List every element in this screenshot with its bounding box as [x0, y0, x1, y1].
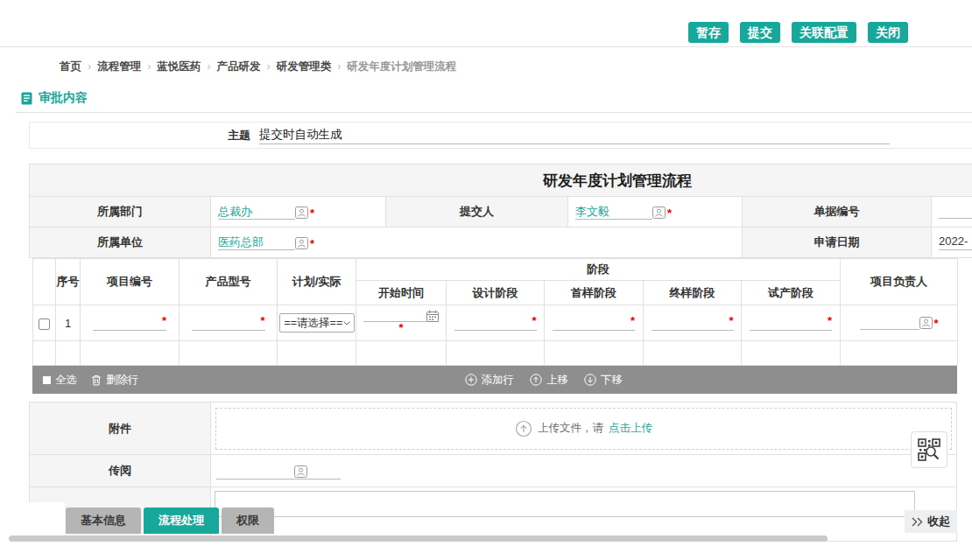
breadcrumb-item[interactable]: 研发管理类 — [277, 60, 332, 73]
person-picker-icon[interactable] — [652, 206, 666, 219]
top-action-bar: 暂存 提交 关联配置 关闭 — [0, 0, 972, 47]
grid-header-trial-stage: 试产阶段 — [742, 281, 841, 305]
tab-process-handling[interactable]: 流程处理 — [144, 508, 219, 534]
section-divider — [16, 112, 972, 113]
grid-header-product-model: 产品型号 — [180, 259, 278, 305]
project-grid: 序号 项目编号 产品型号 计划/实际 阶段 项目负责人 开始时间 设计阶段 首样… — [32, 258, 958, 366]
grid-header-start-time: 开始时间 — [356, 281, 447, 305]
first-sample-input[interactable]: * — [553, 316, 635, 331]
person-picker-icon[interactable] — [295, 237, 308, 249]
grid-header-final-sample: 终样阶段 — [644, 281, 742, 305]
unit-label: 所属单位 — [30, 228, 211, 258]
grid-header-project-no: 项目编号 — [81, 259, 180, 305]
add-row-label: 添加行 — [482, 373, 515, 388]
start-time-date-field[interactable]: * — [356, 307, 446, 340]
submit-button[interactable]: 提交 — [740, 22, 780, 43]
breadcrumb-separator: › — [147, 60, 151, 73]
tab-permissions[interactable]: 权限 — [222, 508, 274, 534]
dept-value[interactable]: 总裁办 — [218, 204, 295, 220]
breadcrumb-item[interactable]: 产品研发 — [217, 60, 261, 73]
unit-picker[interactable]: 医药总部 * — [218, 234, 314, 250]
grid-checkbox-column-header — [33, 259, 56, 305]
move-up-label: 上移 — [546, 373, 568, 388]
horizontal-scrollbar[interactable] — [9, 536, 828, 542]
apply-date-label: 申请日期 — [743, 228, 932, 258]
qr-code-icon — [918, 438, 940, 461]
remark-input[interactable] — [215, 491, 915, 517]
doc-no-label: 单据编号 — [743, 197, 932, 228]
grid-header-seq: 序号 — [56, 259, 81, 305]
design-stage-input[interactable]: * — [454, 316, 537, 331]
section-title: 审批内容 — [39, 90, 88, 106]
delete-row-label: 删除行 — [106, 373, 139, 388]
collapse-button[interactable]: 收起 — [905, 510, 957, 533]
row-checkbox[interactable] — [39, 318, 50, 330]
chevron-down-icon — [343, 321, 350, 326]
submitter-value[interactable]: 李文毅 — [575, 204, 652, 220]
add-row-button[interactable]: 添加行 — [465, 373, 515, 388]
submitter-picker[interactable]: 李文毅 * — [575, 204, 672, 220]
footer-tabs: 基本信息 流程处理 权限 — [66, 508, 274, 534]
document-icon — [21, 92, 32, 105]
breadcrumb: 首页›流程管理›蓝悦医药›产品研发›研发管理类›研发年度计划管理流程 — [60, 60, 972, 74]
breadcrumb-item[interactable]: 流程管理 — [97, 60, 141, 73]
trash-icon — [91, 374, 102, 386]
breadcrumb-item[interactable]: 蓝悦医药 — [157, 60, 201, 73]
required-mark: * — [356, 322, 446, 334]
breadcrumb-item[interactable]: 首页 — [60, 60, 81, 73]
save-draft-button[interactable]: 暂存 — [688, 22, 729, 43]
attachment-label: 附件 — [30, 402, 211, 455]
circulate-label: 传阅 — [30, 455, 211, 487]
delete-row-button[interactable]: 删除行 — [91, 373, 139, 388]
required-mark: * — [667, 206, 672, 220]
owner-picker[interactable]: * — [860, 314, 939, 330]
required-mark: * — [630, 314, 635, 327]
footer-left-panel — [0, 502, 65, 537]
upload-hint: 上传文件，请 — [538, 421, 603, 436]
approval-content-section-header: 审批内容 — [21, 90, 972, 106]
tab-basic-info[interactable]: 基本信息 — [66, 508, 141, 534]
subject-input[interactable]: 提交时自动生成 — [259, 127, 890, 144]
grid-header-design-stage: 设计阶段 — [447, 281, 545, 305]
person-picker-icon[interactable] — [294, 466, 307, 478]
calendar-icon[interactable] — [426, 310, 439, 322]
person-picker-icon[interactable] — [295, 206, 308, 219]
trial-stage-input[interactable]: * — [750, 316, 832, 331]
circulate-picker[interactable] — [216, 462, 341, 480]
form-content: 主题 提交时自动生成 研发年度计划管理流程 所属部门 总裁办 * — [29, 122, 972, 542]
upload-link[interactable]: 点击上传 — [609, 421, 652, 436]
grid-header-owner: 项目负责人 — [841, 259, 958, 305]
upload-icon — [515, 420, 532, 438]
submitter-label: 提交人 — [386, 197, 568, 228]
select-all-label: 全选 — [55, 373, 77, 388]
breadcrumb-item-current: 研发年度计划管理流程 — [347, 60, 456, 73]
project-no-input[interactable]: * — [93, 316, 166, 331]
move-down-button[interactable]: 下移 — [584, 373, 623, 388]
final-sample-input[interactable]: * — [652, 316, 734, 331]
dept-picker[interactable]: 总裁办 * — [218, 204, 314, 220]
related-config-button[interactable]: 关联配置 — [792, 22, 856, 43]
apply-date-input[interactable]: 2022- — [939, 234, 972, 250]
grid-header-plan-actual: 计划/实际 — [278, 259, 356, 305]
form-scroll-area: 研发年度计划管理流程 所属部门 总裁办 * 提交人 — [29, 164, 972, 542]
required-mark: * — [310, 237, 314, 250]
required-mark: * — [310, 206, 314, 220]
close-button[interactable]: 关闭 — [868, 22, 908, 43]
move-up-button[interactable]: 上移 — [530, 373, 568, 388]
owner-input[interactable] — [860, 314, 919, 330]
subject-label: 主题 — [30, 128, 259, 144]
grid-toolbar: 全选 删除行 添加行 上移 — [32, 366, 957, 394]
form-title: 研发年度计划管理流程 — [29, 164, 972, 196]
plan-actual-select[interactable]: ==请选择== — [279, 313, 355, 332]
collapse-label: 收起 — [927, 514, 950, 529]
person-picker-icon[interactable] — [919, 317, 933, 329]
select-all-button[interactable]: 全选 — [43, 373, 77, 388]
grid-header-stage-group: 阶段 — [356, 259, 841, 281]
unit-value[interactable]: 医药总部 — [218, 234, 295, 250]
attachment-upload-area[interactable]: 上传文件，请 点击上传 — [215, 408, 952, 450]
qr-scan-button[interactable] — [911, 431, 947, 468]
select-all-checkbox-icon[interactable] — [43, 376, 51, 384]
product-model-input[interactable]: * — [192, 316, 265, 331]
select-placeholder: ==请选择== — [285, 316, 343, 331]
doc-no-input[interactable] — [939, 203, 972, 219]
